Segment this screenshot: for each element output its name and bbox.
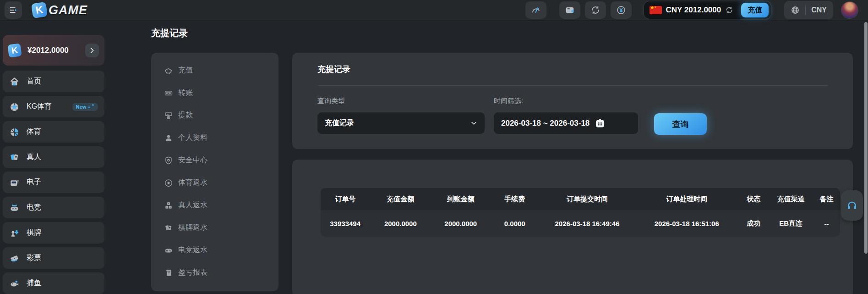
report-icon bbox=[164, 268, 173, 277]
col-process-time: 订单处理时间 bbox=[635, 195, 738, 204]
cell-deposit-amount: 2000.0000 bbox=[370, 220, 431, 227]
menu-icon bbox=[8, 5, 18, 15]
col-order-id: 订单号 bbox=[321, 195, 370, 204]
submenu-item-chess-rebate[interactable]: 棋牌返水 bbox=[151, 216, 278, 239]
submenu-item-pl-report[interactable]: 盈亏报表 bbox=[151, 261, 278, 284]
cell-status: 成功 bbox=[738, 219, 769, 228]
brand-logo[interactable]: K GAME bbox=[32, 3, 87, 17]
cell-process-time: 2026-03-18 16:51:06 bbox=[635, 220, 738, 227]
submenu-item-esports-rebate[interactable]: 电竞返水 bbox=[151, 239, 278, 261]
submenu-label: 体育返水 bbox=[178, 178, 207, 188]
sidebar-item-live-casino[interactable]: 真人 bbox=[3, 146, 104, 168]
chess-icon bbox=[9, 228, 19, 238]
cell-fee: 0.0000 bbox=[490, 220, 539, 227]
sidebar-item-label: 体育 bbox=[27, 127, 41, 137]
sidebar-item-lottery[interactable]: 彩票 bbox=[3, 247, 104, 269]
wallet-icon bbox=[565, 5, 575, 15]
submenu-item-security[interactable]: 安全中心 bbox=[151, 149, 278, 172]
svg-text:777: 777 bbox=[12, 181, 16, 183]
sidebar-item-slots[interactable]: 777 电子 bbox=[3, 172, 104, 193]
sync-button[interactable] bbox=[585, 1, 606, 19]
filter-card: 充提记录 查询类型 充值记录 时间筛选: bbox=[292, 53, 853, 149]
submenu-label: 真人返水 bbox=[178, 200, 207, 210]
chevron-down-icon bbox=[470, 120, 477, 127]
submenu-label: 个人资料 bbox=[178, 133, 207, 143]
cell-order-id: 33933494 bbox=[321, 220, 370, 227]
gamepad-icon bbox=[9, 203, 19, 213]
col-status: 状态 bbox=[738, 195, 769, 204]
slot-machine-icon: 777 bbox=[9, 178, 19, 188]
sidebar-item-kg-sports[interactable]: KG体育 New +★ bbox=[3, 96, 104, 117]
logo-k-mark: K bbox=[31, 2, 48, 18]
col-submit-time: 订单提交时间 bbox=[539, 195, 635, 204]
submenu-item-live-rebate[interactable]: 真人返水 bbox=[151, 194, 278, 216]
refresh-balance-icon[interactable] bbox=[725, 6, 733, 14]
submenu-label: 盈亏报表 bbox=[178, 268, 207, 277]
customer-service-button[interactable] bbox=[841, 190, 863, 221]
atm-icon bbox=[164, 111, 173, 120]
headset-icon bbox=[846, 200, 858, 211]
date-range-picker[interactable]: 2026-03-18 ~ 2026-03-18 bbox=[494, 112, 638, 134]
sidebar-item-label: 真人 bbox=[27, 152, 41, 162]
shield-icon bbox=[164, 156, 173, 165]
wallet-balance-widget[interactable]: ★★ CNY 2012.0000 充值 bbox=[644, 1, 772, 19]
badge-star-icon: ★ bbox=[92, 103, 94, 107]
network-speed-button[interactable] bbox=[525, 1, 546, 19]
query-type-select[interactable]: 充值记录 bbox=[317, 112, 485, 134]
main-sidebar: K ¥2012.0000 首页 KG体育 New +★ 体育 真人 777 电子 bbox=[3, 21, 104, 294]
language-currency-switcher[interactable]: CNY bbox=[784, 1, 833, 19]
globe-icon bbox=[791, 6, 800, 15]
wallet-button[interactable] bbox=[559, 1, 580, 19]
logo-text: GAME bbox=[49, 3, 87, 17]
cell-remark: -- bbox=[813, 220, 840, 227]
sidebar-item-label: 电竞 bbox=[27, 203, 41, 212]
deposit-button[interactable]: 充值 bbox=[741, 3, 769, 17]
query-type-value: 充值记录 bbox=[325, 118, 354, 128]
table-header-row: 订单号 充值金额 到账金额 手续费 订单提交时间 订单处理时间 状态 充值渠道 … bbox=[321, 188, 840, 210]
ticket-icon bbox=[9, 253, 19, 263]
date-range-value: 2026-03-18 ~ 2026-03-18 bbox=[501, 119, 590, 128]
sidebar-balance-card[interactable]: K ¥2012.0000 bbox=[3, 35, 104, 66]
submenu-item-transfer[interactable]: 转账 bbox=[151, 82, 278, 104]
cards-small-icon bbox=[164, 223, 173, 233]
menu-button[interactable] bbox=[5, 1, 22, 19]
page-title: 充提记录 bbox=[151, 27, 853, 39]
sidebar-item-label: 电子 bbox=[27, 178, 41, 187]
divider bbox=[317, 85, 828, 86]
submenu-item-deposit[interactable]: 充值 bbox=[151, 59, 278, 82]
date-filter-label: 时间筛选: bbox=[494, 97, 638, 105]
submenu-item-profile[interactable]: 个人资料 bbox=[151, 127, 278, 149]
wallet-amount: CNY 2012.0000 bbox=[666, 6, 721, 15]
sidebar-item-fishing[interactable]: 捕鱼 bbox=[3, 272, 104, 294]
sidebar-item-label: 棋牌 bbox=[27, 228, 41, 238]
submenu-item-sports-rebate[interactable]: 体育返水 bbox=[151, 172, 278, 194]
yen-exchange-icon bbox=[616, 5, 626, 15]
gauge-icon bbox=[531, 5, 541, 15]
topbar: K GAME ★★ CNY 2012.0000 充值 bbox=[0, 0, 868, 21]
submenu-item-withdraw[interactable]: 提款 bbox=[151, 104, 278, 127]
filter-card-title: 充提记录 bbox=[317, 64, 828, 75]
banknote-icon bbox=[164, 89, 173, 98]
sidebar-item-home[interactable]: 首页 bbox=[3, 71, 104, 92]
piggy-bank-icon bbox=[164, 66, 173, 75]
col-channel: 充值渠道 bbox=[769, 195, 813, 204]
cell-submit-time: 2026-03-18 16:49:46 bbox=[539, 220, 635, 227]
sidebar-item-esports[interactable]: 电竞 bbox=[3, 197, 104, 218]
exchange-button[interactable] bbox=[611, 1, 632, 19]
col-remark: 备注 bbox=[813, 195, 840, 204]
dice-icon bbox=[164, 201, 173, 210]
user-avatar[interactable] bbox=[841, 2, 858, 18]
col-fee: 手续费 bbox=[490, 195, 539, 204]
page-scrollbar[interactable] bbox=[864, 22, 868, 254]
balance-expand-button[interactable] bbox=[85, 44, 99, 57]
soccer-icon bbox=[9, 102, 19, 112]
col-deposit-amount: 充值金额 bbox=[370, 195, 431, 204]
submenu-label: 充值 bbox=[178, 66, 193, 75]
cell-channel: EB直连 bbox=[769, 219, 813, 228]
sidebar-item-label: 彩票 bbox=[27, 253, 41, 263]
search-button[interactable]: 查询 bbox=[654, 113, 707, 135]
submenu-label: 棋牌返水 bbox=[178, 223, 207, 233]
cell-received-amount: 2000.0000 bbox=[431, 220, 490, 227]
sidebar-item-chess-cards[interactable]: 棋牌 bbox=[3, 222, 104, 244]
sidebar-item-sports[interactable]: 体育 bbox=[3, 121, 104, 143]
